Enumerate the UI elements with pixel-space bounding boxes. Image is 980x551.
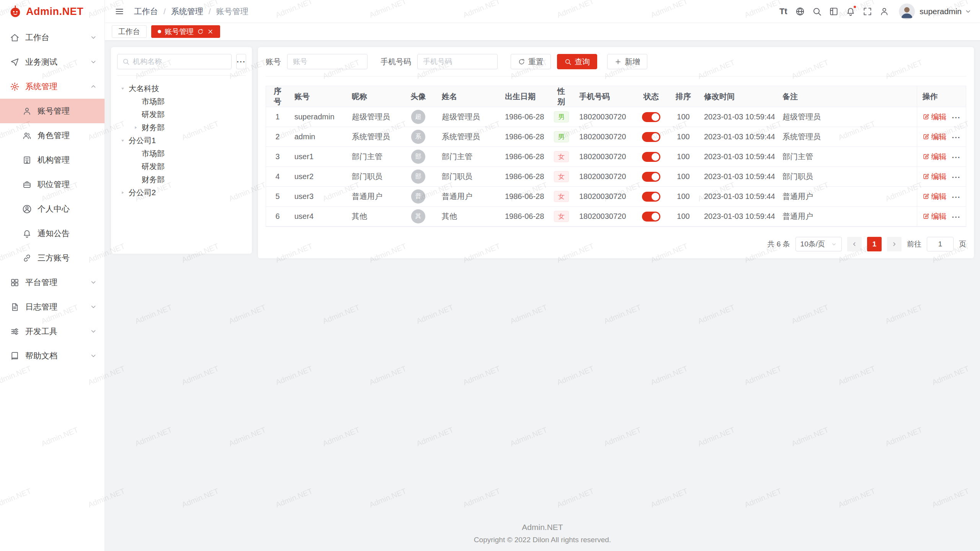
cell-actions: 编辑··· — [917, 147, 966, 167]
edit-button[interactable]: 编辑 — [923, 112, 947, 122]
cell-gender: 女 — [549, 167, 574, 187]
edit-button[interactable]: 编辑 — [923, 211, 947, 222]
cell-birthday: 1986-06-28 — [500, 207, 549, 227]
next-page-button[interactable] — [887, 237, 902, 251]
edit-button[interactable]: 编辑 — [923, 152, 947, 162]
sidebar-item-profile[interactable]: 个人中心 — [0, 197, 105, 221]
status-toggle[interactable] — [642, 192, 660, 202]
globe-icon[interactable] — [792, 3, 808, 20]
sidebar-item-logs[interactable]: 日志管理 — [0, 295, 105, 319]
cell-remark: 超级管理员 — [777, 107, 917, 127]
table-row: 2admin系统管理员系系统管理员1986-06-28男180200307201… — [266, 127, 966, 147]
cell-phone: 18020030720 — [574, 147, 634, 167]
sidebar-item-position[interactable]: 职位管理 — [0, 172, 105, 197]
edit-button[interactable]: 编辑 — [923, 132, 947, 142]
caret-icon[interactable] — [119, 137, 126, 144]
row-more-button[interactable]: ··· — [952, 113, 961, 122]
tree-node[interactable]: 分公司2 — [117, 186, 246, 199]
cell-phone: 18020030720 — [574, 127, 634, 147]
edit-button[interactable]: 编辑 — [923, 191, 947, 202]
close-icon[interactable] — [207, 28, 214, 35]
column-header: 操作 — [917, 86, 966, 107]
status-toggle[interactable] — [642, 132, 660, 142]
cell-actions: 编辑··· — [917, 107, 966, 127]
cell-modified-time: 2023-01-03 10:59:44 — [699, 107, 777, 127]
hamburger-menu-icon[interactable] — [111, 3, 128, 20]
search-icon[interactable] — [808, 3, 825, 20]
sidebar-item-notice[interactable]: 通知公告 — [0, 221, 105, 246]
reset-button[interactable]: 重置 — [511, 54, 551, 69]
caret-icon[interactable] — [119, 85, 126, 92]
row-more-button[interactable]: ··· — [952, 193, 961, 201]
breadcrumb-item[interactable]: 工作台 — [134, 6, 158, 17]
status-toggle[interactable] — [642, 152, 660, 162]
tree-node[interactable]: 市场部 — [117, 95, 246, 108]
sidebar-item-workbench[interactable]: 工作台 — [0, 25, 105, 50]
edit-button[interactable]: 编辑 — [923, 171, 947, 182]
search-button[interactable]: 查询 — [557, 54, 597, 69]
sidebar-item-docs[interactable]: 帮助文档 — [0, 344, 105, 368]
row-more-button[interactable]: ··· — [952, 133, 961, 142]
fullscreen-icon[interactable] — [859, 3, 876, 20]
tree-node[interactable]: 分公司1 — [117, 134, 246, 147]
tab-workbench[interactable]: 工作台 — [112, 25, 147, 38]
sidebar-item-business-test[interactable]: 业务测试 — [0, 50, 105, 74]
theme-icon[interactable] — [825, 3, 842, 20]
font-size-icon[interactable]: Tt — [775, 3, 792, 20]
status-toggle[interactable] — [642, 112, 660, 122]
org-search-input[interactable] — [133, 57, 227, 66]
cell-modified-time: 2023-01-03 10:59:44 — [699, 187, 777, 207]
tab-account-management[interactable]: 账号管理 — [151, 25, 220, 38]
sidebar-item-platform[interactable]: 平台管理 — [0, 270, 105, 295]
chevron-down-icon — [831, 241, 837, 247]
chevron-down-icon[interactable] — [965, 8, 972, 15]
breadcrumb-item[interactable]: 系统管理 — [171, 6, 203, 17]
notification-bell-icon[interactable] — [842, 3, 859, 20]
sidebar-item-account[interactable]: 账号管理 — [0, 99, 105, 123]
sidebar-item-role[interactable]: 角色管理 — [0, 123, 105, 148]
cell-account: user1 — [289, 147, 346, 167]
prev-page-button[interactable] — [847, 237, 862, 251]
cell-status — [634, 207, 668, 227]
cell-nickname: 部门职员 — [346, 167, 400, 187]
tree-node[interactable]: 研发部 — [117, 108, 246, 121]
caret-icon[interactable] — [132, 124, 139, 131]
phone-input[interactable] — [417, 54, 498, 69]
tree-node[interactable]: 大名科技 — [117, 82, 246, 95]
row-more-button[interactable]: ··· — [952, 153, 961, 161]
caret-icon[interactable] — [119, 189, 126, 196]
username[interactable]: superadmin — [920, 7, 962, 16]
refresh-icon[interactable] — [197, 28, 204, 35]
breadcrumb-item[interactable]: 账号管理 — [216, 6, 248, 17]
row-more-button[interactable]: ··· — [952, 173, 961, 181]
sidebar-item-org[interactable]: 机构管理 — [0, 148, 105, 172]
more-options-button[interactable]: ··· — [236, 54, 246, 69]
chevron-up-icon — [90, 83, 97, 90]
tree-node[interactable]: 财务部 — [117, 121, 246, 134]
sidebar-item-devtools[interactable]: 开发工具 — [0, 319, 105, 344]
cell-name: 部门主管 — [436, 147, 500, 167]
cell-phone: 18020030720 — [574, 207, 634, 227]
goto-page-input[interactable] — [927, 237, 954, 251]
page-1-button[interactable]: 1 — [867, 237, 882, 251]
tree-node[interactable]: 研发部 — [117, 160, 246, 173]
status-toggle[interactable] — [642, 212, 660, 222]
account-input[interactable] — [287, 54, 368, 69]
page-size-select[interactable]: 10条/页 — [795, 237, 842, 251]
status-toggle[interactable] — [642, 172, 660, 182]
sidebar-item-system[interactable]: 系统管理 — [0, 74, 105, 99]
cell-modified-time: 2023-01-03 10:59:44 — [699, 127, 777, 147]
tree-node[interactable]: 财务部 — [117, 173, 246, 186]
page-content: ··· 大名科技市场部研发部财务部分公司1市场部研发部财务部分公司2 账号 手机… — [105, 41, 980, 551]
row-more-button[interactable]: ··· — [952, 213, 961, 221]
add-button[interactable]: 新增 — [607, 54, 647, 69]
send-icon — [10, 57, 20, 67]
logo[interactable]: Admin.NET — [0, 0, 105, 23]
tab-label: 账号管理 — [165, 27, 194, 37]
cell-actions: 编辑··· — [917, 127, 966, 147]
cell-modified-time: 2023-01-03 10:59:44 — [699, 147, 777, 167]
avatar[interactable] — [899, 3, 915, 20]
sidebar-item-thirdparty[interactable]: 三方账号 — [0, 246, 105, 270]
user-icon[interactable] — [876, 3, 893, 20]
tree-node[interactable]: 市场部 — [117, 147, 246, 160]
